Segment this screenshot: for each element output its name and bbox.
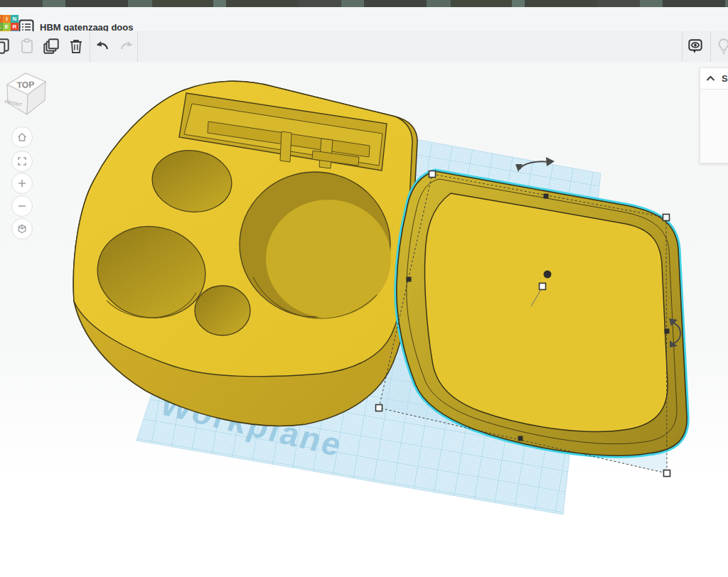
view-cube[interactable]: TOP FRONT [1, 68, 51, 122]
scale-corner-handle[interactable] [664, 470, 670, 477]
scale-corner-handle[interactable] [663, 215, 670, 221]
scale-corner-handle[interactable] [376, 405, 382, 411]
scale-corner-handle[interactable] [429, 171, 436, 178]
shape-panel-title: S [722, 73, 728, 84]
fit-view-button[interactable] [11, 151, 33, 172]
move-vertical-cone[interactable] [544, 271, 552, 279]
viewcube-top-label: TOP [16, 80, 34, 90]
scale-edge-handle[interactable] [407, 277, 412, 282]
model-box-lid[interactable] [397, 171, 687, 455]
zoom-out-button[interactable] [11, 195, 33, 217]
chevron-up-icon [706, 75, 715, 82]
scale-edge-handle[interactable] [518, 436, 523, 441]
shape-panel-header[interactable]: S [700, 68, 728, 90]
zoom-in-button[interactable] [11, 173, 33, 194]
lid-floor [424, 193, 668, 431]
scale-edge-handle[interactable] [665, 329, 670, 334]
scene-3d: Workplane [0, 0, 728, 577]
model-insert-box[interactable] [73, 81, 417, 426]
shape-panel: S [700, 68, 728, 163]
scale-edge-handle[interactable] [544, 194, 549, 199]
perspective-toggle-button[interactable] [11, 218, 33, 239]
viewport-canvas[interactable]: Workplane [0, 62, 728, 577]
height-handle[interactable] [540, 284, 546, 290]
home-view-button[interactable] [11, 126, 33, 148]
